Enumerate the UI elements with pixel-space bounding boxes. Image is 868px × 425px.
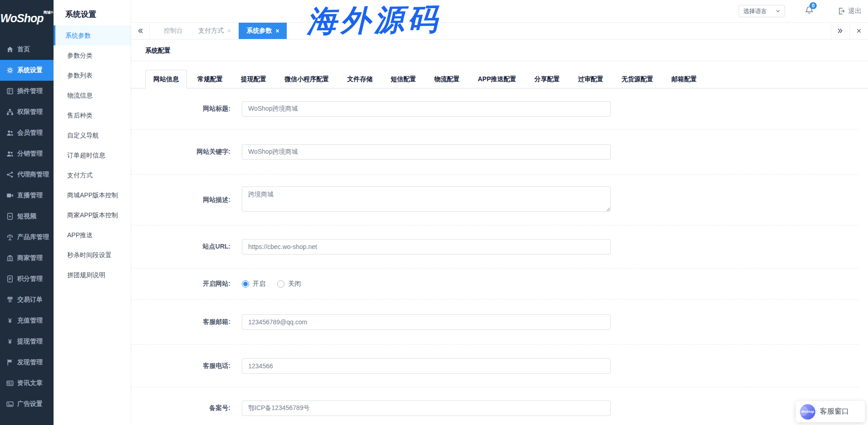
- sidebar-item[interactable]: 代理商管理: [0, 164, 54, 185]
- sidebar-item[interactable]: ¥充值管理: [0, 310, 54, 331]
- content-panel: 系统配置 网站信息常规配置提现配置微信小程序配置文件存储短信配置物流配置APP推…: [131, 39, 868, 425]
- config-tab[interactable]: 网站信息: [145, 70, 187, 88]
- users-icon: [6, 129, 14, 137]
- submenu-item[interactable]: 订单超时信息: [54, 145, 131, 165]
- close-tab-icon[interactable]: ×: [227, 28, 231, 34]
- submenu-item[interactable]: 拼团规则说明: [54, 265, 131, 285]
- file-video-icon: [6, 213, 14, 220]
- admin-app: WoShop商城® 首页系统设置插件管理权限管理会员管理分销管理代理商管理直播管…: [0, 0, 868, 425]
- sidebar-item[interactable]: 广告设置: [0, 394, 54, 415]
- submenu-item[interactable]: 系统参数: [54, 25, 131, 45]
- sidebar-item[interactable]: 发现管理: [0, 352, 54, 373]
- config-tab[interactable]: 提现配置: [233, 70, 274, 88]
- radio-option[interactable]: 开启: [242, 280, 265, 288]
- form-text-input[interactable]: [242, 101, 611, 117]
- open-tab[interactable]: 系统参数×: [239, 23, 287, 39]
- config-tab[interactable]: 短信配置: [383, 70, 424, 88]
- submenu-item[interactable]: 参数分类: [54, 45, 131, 65]
- sidebar-item[interactable]: 系统设置: [0, 60, 54, 81]
- logout-icon: [837, 7, 845, 15]
- config-tab[interactable]: 常规配置: [190, 70, 230, 88]
- points-icon: P: [6, 275, 14, 283]
- submenu-item[interactable]: 秒杀时间段设置: [54, 245, 131, 265]
- radio-checked-icon[interactable]: [242, 280, 249, 288]
- logout-button[interactable]: 退出: [837, 7, 862, 15]
- scroll-tabs-right-button[interactable]: [831, 23, 849, 39]
- open-tab[interactable]: 支付方式×: [191, 23, 239, 39]
- open-tabs-bar: 控制台支付方式×系统参数×: [131, 23, 868, 39]
- close-icon: [856, 28, 862, 34]
- sidebar-item[interactable]: 产品库管理: [0, 227, 54, 248]
- form-row: 网站标题:: [131, 88, 859, 130]
- form-text-input[interactable]: [242, 144, 611, 160]
- sidebar-item-label: 交易订单: [17, 296, 43, 304]
- submenu-item[interactable]: 物流信息: [54, 85, 131, 105]
- chevron-down-icon: [775, 9, 780, 14]
- radio-unchecked-icon[interactable]: [277, 280, 284, 288]
- sidebar-item[interactable]: 权限管理: [0, 102, 54, 122]
- sidebar-item-label: 积分管理: [17, 275, 43, 283]
- sidebar-item-label: 充值管理: [17, 317, 43, 325]
- form-row: 网站关键字:: [131, 130, 859, 175]
- sidebar-item-label: 插件管理: [17, 87, 43, 95]
- form-text-input[interactable]: [242, 239, 611, 254]
- language-select[interactable]: 选择语言: [739, 5, 785, 17]
- config-tab[interactable]: 过审配置: [570, 70, 611, 88]
- config-tab[interactable]: 物流配置: [427, 70, 467, 88]
- notification-bell[interactable]: 0: [805, 6, 814, 16]
- submenu-item[interactable]: 商城APP版本控制: [54, 185, 131, 205]
- submenu-item[interactable]: 商家APP版本控制: [54, 205, 131, 225]
- sidebar-item[interactable]: 会员管理: [0, 122, 54, 143]
- config-tab[interactable]: 微信小程序配置: [277, 70, 337, 88]
- form-textarea[interactable]: [242, 186, 611, 212]
- form-label: 网站关键字:: [145, 148, 230, 156]
- open-tab-label: 系统参数: [246, 27, 272, 35]
- form-row: 备案号:: [131, 387, 859, 425]
- main-sidebar: WoShop商城® 首页系统设置插件管理权限管理会员管理分销管理代理商管理直播管…: [0, 0, 54, 425]
- radio-group: 开启关闭: [242, 280, 301, 288]
- sidebar-item-label: 提现管理: [17, 337, 43, 346]
- form-text-input[interactable]: [242, 358, 611, 374]
- form-row: 开启网站:开启关闭: [131, 269, 859, 300]
- sidebar-item[interactable]: 直播管理: [0, 185, 54, 206]
- woshop-logo-icon: WoShop: [800, 404, 815, 420]
- config-tab[interactable]: 无货源配置: [614, 70, 661, 88]
- sidebar-item-label: 权限管理: [17, 108, 43, 116]
- language-select-value: 选择语言: [743, 7, 767, 15]
- submenu-item[interactable]: 参数列表: [54, 65, 131, 85]
- config-tab[interactable]: 邮箱配置: [664, 70, 705, 88]
- sidebar-item[interactable]: 分销管理: [0, 143, 54, 164]
- sidebar-item[interactable]: 插件管理: [0, 81, 54, 102]
- sidebar-item[interactable]: 交易订单: [0, 289, 54, 310]
- form-text-input[interactable]: [242, 314, 611, 330]
- scale-icon: [6, 234, 14, 241]
- radio-option[interactable]: 关闭: [277, 280, 301, 288]
- app-logo[interactable]: WoShop商城®: [0, 0, 54, 39]
- plugin-icon: [6, 88, 14, 95]
- config-tab[interactable]: 分享配置: [527, 70, 568, 88]
- radio-option-label: 开启: [253, 280, 265, 288]
- submenu-item[interactable]: 自定义导航: [54, 125, 131, 145]
- form-label: 客服邮箱:: [145, 318, 230, 326]
- svg-text:¥: ¥: [8, 317, 12, 324]
- close-tab-icon[interactable]: ×: [275, 28, 279, 34]
- customer-service-widget[interactable]: WoShop 客服窗口: [796, 401, 865, 422]
- open-tab[interactable]: 控制台: [156, 23, 191, 39]
- sidebar-item[interactable]: 首页: [0, 39, 54, 60]
- sidebar-item-label: 商家管理: [17, 254, 43, 262]
- form-text-input[interactable]: [242, 401, 611, 416]
- submenu-item[interactable]: 售后种类: [54, 105, 131, 125]
- scroll-tabs-left-button[interactable]: [131, 23, 150, 39]
- page-title: 系统配置: [131, 39, 868, 61]
- config-tab[interactable]: 文件存储: [339, 70, 380, 88]
- sidebar-item[interactable]: 资讯文章: [0, 373, 54, 394]
- close-tabs-button[interactable]: [849, 23, 868, 39]
- sidebar-item-label: 代理商管理: [17, 171, 49, 179]
- sidebar-item[interactable]: ¥提现管理: [0, 331, 54, 352]
- submenu-item[interactable]: 支付方式: [54, 165, 131, 185]
- sidebar-item[interactable]: P积分管理: [0, 269, 54, 289]
- sidebar-item[interactable]: 商家管理: [0, 248, 54, 269]
- config-tab[interactable]: APP推送配置: [470, 70, 524, 88]
- submenu-item[interactable]: APP推送: [54, 225, 131, 245]
- sidebar-item[interactable]: 短视频: [0, 206, 54, 227]
